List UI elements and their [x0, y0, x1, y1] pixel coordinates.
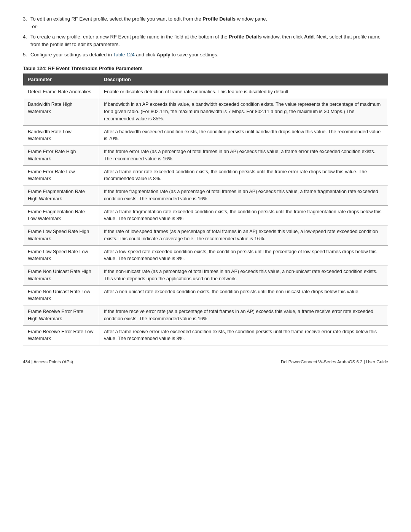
or-separator: -or- — [30, 24, 38, 29]
desc-cell: After a non-unicast rate exceeded condit… — [99, 285, 388, 305]
table-row: Frame Fragmentation Rate Low WatermarkAf… — [23, 205, 388, 225]
desc-cell: If the non-unicast rate (as a percentage… — [99, 265, 388, 286]
desc-cell: If the frame fragmentation rate (as a pe… — [99, 185, 388, 206]
param-cell: Frame Low Speed Rate High Watermark — [23, 225, 99, 246]
desc-cell: After a frame receive error rate exceede… — [99, 325, 388, 345]
table-row: Bandwidth Rate High WatermarkIf bandwidt… — [23, 98, 388, 125]
param-cell: Frame Low Speed Rate Low Watermark — [23, 245, 99, 265]
table-row: Frame Low Speed Rate High WatermarkIf th… — [23, 225, 388, 246]
desc-cell: If bandwidth in an AP exceeds this value… — [99, 98, 388, 125]
desc-cell: If the rate of low-speed frames (as a pe… — [99, 225, 388, 246]
intro-item-3: 3. To edit an existing RF Event profile,… — [23, 15, 388, 30]
table-row: Frame Non Unicast Rate High WatermarkIf … — [23, 265, 388, 286]
table-row: Detect Frame Rate AnomaliesEnable or dis… — [23, 85, 388, 98]
table-row: Frame Receive Error Rate Low WatermarkAf… — [23, 325, 388, 345]
param-cell: Frame Non Unicast Rate Low Watermark — [23, 285, 99, 305]
desc-cell: After a low-speed rate exceeded conditio… — [99, 245, 388, 265]
desc-cell: After a frame error rate exceeded condit… — [99, 165, 388, 185]
param-cell: Frame Error Rate High Watermark — [23, 145, 99, 166]
col-header-desc: Description — [99, 73, 388, 86]
col-header-param: Parameter — [23, 73, 99, 86]
footer-left: 434 | Access Points (APs) — [23, 359, 73, 364]
table-row: Frame Non Unicast Rate Low WatermarkAfte… — [23, 285, 388, 305]
param-cell: Detect Frame Rate Anomalies — [23, 85, 99, 98]
param-cell: Frame Fragmentation Rate Low Watermark — [23, 205, 99, 225]
desc-cell: After a frame fragmentation rate exceede… — [99, 205, 388, 225]
desc-cell: If the frame receive error rate (as a pe… — [99, 305, 388, 326]
page-footer: 434 | Access Points (APs) DellPowerConne… — [23, 357, 388, 364]
table-row: Bandwidth Rate Low WatermarkAfter a band… — [23, 125, 388, 145]
table-row: Frame Receive Error Rate High WatermarkI… — [23, 305, 388, 326]
param-cell: Bandwidth Rate Low Watermark — [23, 125, 99, 145]
table-row: Frame Fragmentation Rate High WatermarkI… — [23, 185, 388, 206]
table-row: Frame Error Rate High WatermarkIf the fr… — [23, 145, 388, 166]
rf-event-table: Parameter Description Detect Frame Rate … — [23, 73, 388, 346]
table-caption: Table 124: RF Event Thresholds Profile P… — [23, 66, 388, 71]
param-cell: Frame Receive Error Rate Low Watermark — [23, 325, 99, 345]
intro-item-4: 4. To create a new profile, enter a new … — [23, 33, 388, 48]
param-cell: Frame Fragmentation Rate High Watermark — [23, 185, 99, 206]
desc-cell: Enable or disables detection of frame ra… — [99, 85, 388, 98]
desc-cell: After a bandwidth exceeded condition exi… — [99, 125, 388, 145]
param-cell: Frame Non Unicast Rate High Watermark — [23, 265, 99, 286]
intro-item-5: 5. Configure your settings as detailed i… — [23, 51, 388, 59]
table-row: Frame Low Speed Rate Low WatermarkAfter … — [23, 245, 388, 265]
desc-cell: If the frame error rate (as a percentage… — [99, 145, 388, 166]
table-row: Frame Error Rate Low WatermarkAfter a fr… — [23, 165, 388, 185]
param-cell: Frame Receive Error Rate High Watermark — [23, 305, 99, 326]
param-cell: Frame Error Rate Low Watermark — [23, 165, 99, 185]
footer-right: DellPowerConnect W-Series ArubaOS 6.2 | … — [281, 359, 388, 364]
param-cell: Bandwidth Rate High Watermark — [23, 98, 99, 125]
table-link[interactable]: Table 124 — [113, 52, 134, 58]
